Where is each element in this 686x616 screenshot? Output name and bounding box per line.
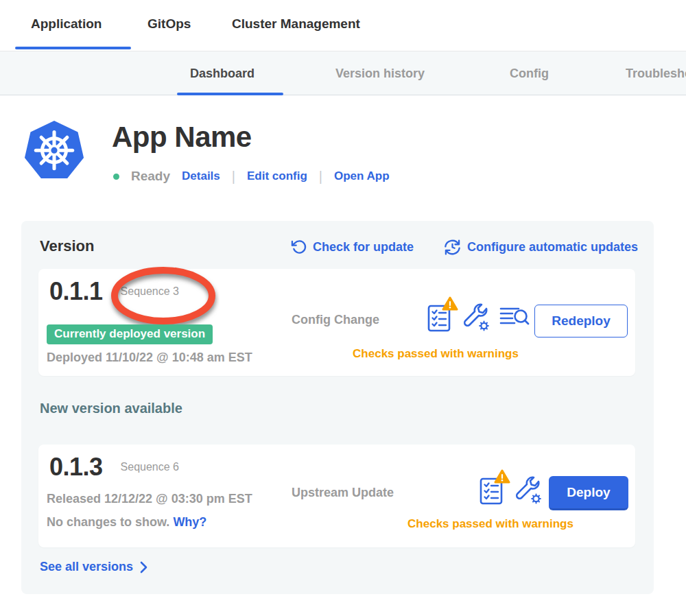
new-version-sequence: Sequence 6: [121, 461, 179, 473]
version-source-label: Upstream Update: [292, 486, 394, 500]
redeploy-button[interactable]: Redeploy: [534, 305, 628, 337]
active-tab-underline: [15, 47, 131, 49]
no-changes-text: No changes to show. Why?: [47, 515, 206, 530]
current-version-number: 0.1.1: [49, 277, 103, 306]
check-for-update-button[interactable]: Check for update: [291, 239, 414, 255]
released-timestamp: Released 12/12/22 @ 03:30 pm EST: [47, 492, 252, 506]
details-link[interactable]: Details: [182, 169, 220, 183]
wrench-gear-icon: [462, 302, 490, 332]
new-version-card: 0.1.3 Sequence 6 Released 12/12/22 @ 03:…: [38, 445, 635, 547]
edit-config-link[interactable]: Edit config: [247, 169, 307, 183]
currently-deployed-badge: Currently deployed version: [47, 324, 213, 344]
refresh-icon: [291, 239, 307, 255]
new-version-row: 0.1.3 Sequence 6: [49, 453, 179, 482]
open-app-link[interactable]: Open App: [334, 169, 390, 183]
new-version-heading: New version available: [40, 401, 182, 416]
preflight-checks-button[interactable]: [427, 301, 453, 335]
edit-config-values-button[interactable]: [514, 475, 543, 508]
page-title: App Name: [112, 121, 252, 154]
app-sub-nav: Dashboard Version history Config Trouble…: [0, 51, 686, 95]
warning-triangle-icon: [442, 296, 458, 311]
current-version-sequence: Sequence 3: [121, 285, 179, 298]
status-label: Ready: [131, 169, 170, 184]
active-subtab-underline: [177, 93, 283, 95]
view-diff-icon: [499, 305, 530, 329]
status-dot: [113, 174, 119, 180]
deployed-timestamp: Deployed 11/10/22 @ 10:48 am EST: [47, 351, 252, 365]
checks-status-text[interactable]: Checks passed with warnings: [316, 347, 556, 361]
chevron-right-icon: [140, 561, 147, 573]
warning-triangle-icon: [494, 469, 510, 484]
divider: |: [319, 169, 322, 185]
app-status-row: Ready Details | Edit config | Open App: [113, 167, 390, 185]
tab-version-history[interactable]: Version history: [335, 51, 425, 95]
primary-nav: Application GitOps Cluster Management: [0, 0, 686, 51]
current-version-card: 0.1.1 Sequence 3 Currently deployed vers…: [38, 269, 635, 376]
tab-config[interactable]: Config: [510, 51, 549, 95]
current-version-row: 0.1.1 Sequence 3: [49, 277, 179, 306]
version-status-icons: [427, 300, 530, 336]
why-link[interactable]: Why?: [173, 515, 206, 529]
checks-status-text[interactable]: Checks passed with warnings: [370, 517, 611, 531]
version-heading: Version: [40, 237, 94, 255]
tab-troubleshoot[interactable]: Troubleshoot: [626, 51, 686, 95]
kubernetes-logo: [23, 118, 86, 185]
new-version-number: 0.1.3: [49, 453, 103, 482]
version-status-icons: [479, 473, 543, 509]
version-section: Version Check for update Configure autom…: [21, 221, 654, 594]
edit-config-values-button[interactable]: [462, 302, 490, 335]
clock-refresh-icon: [444, 239, 461, 256]
tab-dashboard[interactable]: Dashboard: [190, 51, 255, 95]
tab-application[interactable]: Application: [31, 0, 102, 48]
deploy-button[interactable]: Deploy: [549, 476, 628, 510]
divider: |: [232, 169, 235, 185]
view-diff-button[interactable]: [499, 305, 530, 332]
see-all-versions-link[interactable]: See all versions: [40, 560, 147, 574]
update-actions: Check for update Configure automatic upd…: [291, 239, 638, 256]
tab-cluster-management[interactable]: Cluster Management: [232, 0, 360, 48]
wrench-gear-icon: [514, 475, 543, 505]
version-source-label: Config Change: [292, 313, 379, 327]
configure-automatic-updates-button[interactable]: Configure automatic updates: [444, 239, 638, 256]
preflight-checks-button[interactable]: [479, 474, 505, 508]
tab-gitops[interactable]: GitOps: [147, 0, 191, 48]
